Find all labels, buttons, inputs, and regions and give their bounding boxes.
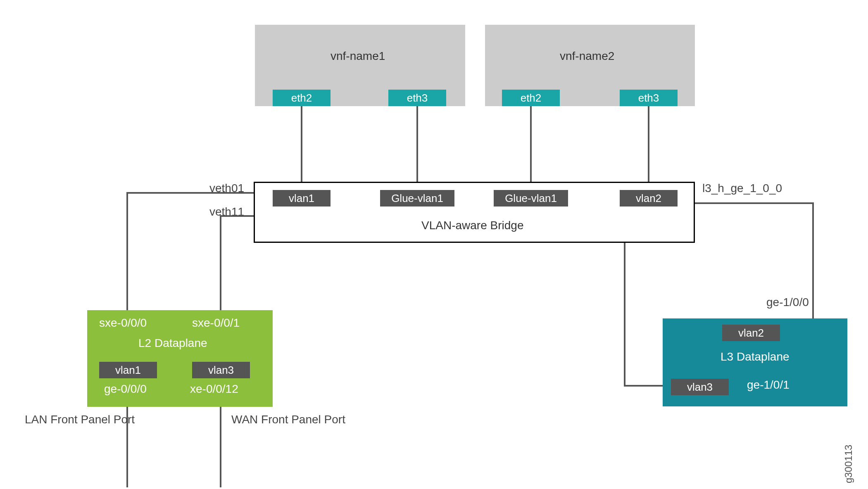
label-wan: WAN Front Panel Port — [231, 413, 345, 426]
line-bridge-l3-h — [624, 385, 663, 387]
l3-ge101: ge-1/0/1 — [747, 378, 790, 392]
label-l3h: l3_h_ge_1_0_0 — [702, 182, 782, 195]
l3-title: L3 Dataplane — [721, 350, 790, 363]
line-bridge-l3-v — [624, 243, 625, 387]
l2-sxe1: sxe-0/0/1 — [192, 316, 240, 330]
vnf1-eth3: eth3 — [388, 90, 446, 106]
line-veth01-h — [126, 192, 254, 194]
line-vnf2-eth3 — [648, 106, 649, 182]
l2-vlan3: vlan3 — [192, 362, 250, 378]
line-veth11-v — [220, 215, 221, 310]
l3-vlan2: vlan2 — [722, 325, 780, 341]
l2-title: L2 Dataplane — [138, 337, 207, 350]
line-l3h-h — [695, 202, 814, 204]
bridge-port-gluevlan1-b: Glue-vlan1 — [494, 190, 568, 207]
vnf2-eth3: eth3 — [620, 90, 678, 106]
bridge-port-gluevlan1-a: Glue-vlan1 — [380, 190, 454, 207]
vnf2-eth2: eth2 — [502, 90, 560, 106]
line-veth01-v — [126, 192, 128, 310]
line-veth11-h — [220, 215, 254, 217]
l2-vlan1: vlan1 — [99, 362, 157, 378]
l3-vlan3: vlan3 — [671, 379, 729, 395]
line-vnf1-eth3 — [416, 106, 418, 182]
bridge-title: VLAN-aware Bridge — [421, 219, 523, 232]
line-vnf1-eth2 — [301, 106, 302, 182]
label-lan: LAN Front Panel Port — [25, 413, 135, 426]
bridge-port-vlan1: vlan1 — [273, 190, 331, 207]
vnf1-eth2: eth2 — [273, 90, 331, 106]
l2-xe0012: xe-0/0/12 — [190, 382, 238, 396]
line-vnf2-eth2 — [530, 106, 532, 182]
footnote: g300113 — [843, 445, 854, 483]
label-ge100: ge-1/0/0 — [766, 296, 809, 309]
line-wan-down — [220, 407, 221, 487]
l2-sxe0: sxe-0/0/0 — [99, 316, 147, 330]
line-l3h-v — [812, 202, 814, 318]
bridge-port-vlan2: vlan2 — [620, 190, 678, 207]
vnf2-title: vnf-name2 — [560, 50, 614, 63]
vnf1-title: vnf-name1 — [331, 50, 385, 63]
l2-ge000: ge-0/0/0 — [104, 382, 147, 396]
